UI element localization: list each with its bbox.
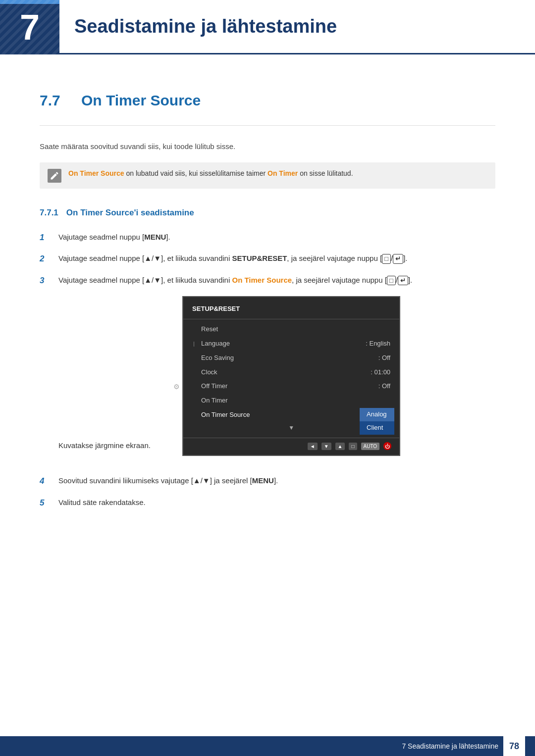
menu-item-offtimer: ⚙ Off Timer : Off <box>183 379 399 394</box>
step-3-text: Vajutage seadmel nuppe [▲/▼], et liikuda… <box>58 274 495 466</box>
note-text: On Timer Source on lubatud vaid siis, ku… <box>68 168 353 179</box>
step-4: 4 Soovitud suvandini liikumiseks vajutag… <box>40 475 495 488</box>
nav-btn-auto[interactable]: AUTO <box>361 443 380 450</box>
arrow-language: | <box>193 340 195 349</box>
section-title: On Timer Source <box>81 89 201 111</box>
menu-label-clock: Clock <box>201 367 371 378</box>
menu-item-ecosaving: Eco Saving : Off <box>183 351 399 365</box>
step-2-number: 2 <box>40 252 51 265</box>
menu-item-reset: Reset <box>183 322 399 337</box>
step-3: 3 Vajutage seadmel nuppe [▲/▼], et liiku… <box>40 274 495 466</box>
step-3-number: 3 <box>40 274 51 287</box>
note-mid-text: on lubatud vaid siis, kui sisselülitamis… <box>126 169 268 177</box>
dropdown-popup: Analog Client <box>360 408 394 435</box>
btn-icon-enter: ↵ <box>393 254 403 264</box>
menu-value-offtimer: : Off <box>378 381 390 392</box>
menu-label-reset: Reset <box>201 324 390 335</box>
btn-icon-square2: □ <box>387 276 396 286</box>
menu-label-language: Language <box>201 339 366 349</box>
btn-icon-enter2: ↵ <box>398 276 408 286</box>
section-number: 7.7 <box>40 89 69 111</box>
steps-list: 1 Vajutage seadmel nuppu [MENU]. 2 Vajut… <box>40 231 495 509</box>
subsection-number: 7.7.1 <box>40 206 58 219</box>
step-2: 2 Vajutage seadmel nuppe [▲/▼], et liiku… <box>40 252 495 265</box>
step-1-text: Vajutage seadmel nuppu [MENU]. <box>58 231 495 243</box>
chapter-title: Seadistamine ja lähtestamine <box>74 12 337 41</box>
step-3-subtext: Kuvatakse järgmine ekraan. <box>58 441 151 450</box>
menu-label-offtimer: Off Timer <box>201 381 378 392</box>
menu-item-ontimersource: On Timer Source : Analog Client <box>183 408 399 422</box>
menu-item-ontimer: On Timer <box>183 394 399 408</box>
menu-label-ecosaving: Eco Saving <box>201 353 378 363</box>
note-highlight2: On Timer <box>268 169 298 177</box>
step-5-number: 5 <box>40 497 51 509</box>
chapter-number: 7 <box>20 0 40 54</box>
note-icon <box>48 169 61 183</box>
menu-value-language: : English <box>366 339 390 349</box>
chapter-title-area: Seadistamine ja lähtestamine <box>59 0 535 54</box>
step-1: 1 Vajutage seadmel nuppu [MENU]. <box>40 231 495 244</box>
chapter-number-block: 7 <box>0 0 59 54</box>
nav-btn-power[interactable]: ⏻ <box>383 442 391 450</box>
btn-icon-square: □ <box>382 254 391 264</box>
footer-chapter-text: 7 Seadistamine ja lähtestamine <box>402 741 498 752</box>
screen-nav-bar: ◄ ▼ ▲ □ AUTO ⏻ <box>183 438 399 450</box>
page-footer: 7 Seadistamine ja lähtestamine 78 <box>0 736 535 756</box>
step-2-text: Vajutage seadmel nuppe [▲/▼], et liikuda… <box>58 252 495 264</box>
nav-btn-left[interactable]: ◄ <box>308 443 318 450</box>
footer-page-number: 78 <box>503 736 525 756</box>
step-4-number: 4 <box>40 475 51 488</box>
nav-btn-select[interactable]: □ <box>349 443 357 450</box>
menu-item-language: | Language : English <box>183 337 399 351</box>
menu-value-clock: : 01:00 <box>371 367 390 378</box>
pencil-icon <box>50 171 59 181</box>
step-5: 5 Valitud säte rakendatakse. <box>40 497 495 509</box>
section-description: Saate määrata soovitud suvandi siis, kui… <box>40 141 495 152</box>
menu-label-ontimer: On Timer <box>201 396 390 406</box>
section-heading: 7.7 On Timer Source <box>40 89 495 111</box>
note-highlight1: On Timer Source <box>68 169 124 177</box>
menu-screen: SETUP&RESET Reset | Language : English E… <box>182 296 400 456</box>
dropdown-item-analog[interactable]: Analog <box>360 408 394 421</box>
subsection-heading: 7.7.1 On Timer Source'i seadistamine <box>40 206 495 219</box>
nav-btn-up[interactable]: ▲ <box>335 443 345 450</box>
step-5-text: Valitud säte rakendatakse. <box>58 497 495 508</box>
step-1-number: 1 <box>40 231 51 244</box>
main-content: 7.7 On Timer Source Saate määrata soovit… <box>0 74 535 560</box>
subsection-title: On Timer Source'i seadistamine <box>66 206 194 219</box>
note-end-text: on sisse lülitatud. <box>300 169 353 177</box>
menu-value-ecosaving: : Off <box>378 353 390 363</box>
gear-icon: ⚙ <box>173 381 180 392</box>
divider <box>40 125 495 126</box>
page-header: 7 Seadistamine ja lähtestamine <box>0 0 535 54</box>
menu-title: SETUP&RESET <box>183 304 399 320</box>
step-4-text: Soovitud suvandini liikumiseks vajutage … <box>58 475 495 487</box>
menu-item-clock: Clock : 01:00 <box>183 365 399 380</box>
note-box: On Timer Source on lubatud vaid siis, ku… <box>40 162 495 189</box>
nav-btn-down[interactable]: ▼ <box>321 443 331 450</box>
dropdown-item-client[interactable]: Client <box>360 421 394 435</box>
screen-container: SETUP&RESET Reset | Language : English E… <box>182 296 400 456</box>
